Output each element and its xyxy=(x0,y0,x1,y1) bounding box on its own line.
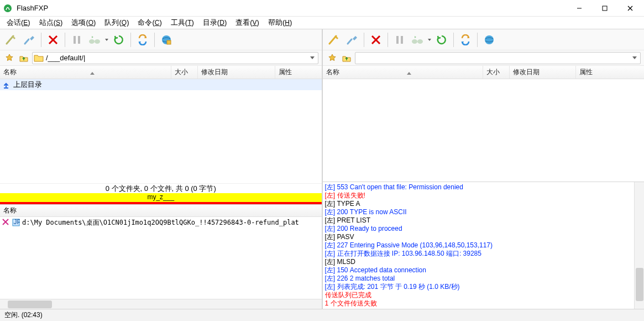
col-size[interactable]: 大小 xyxy=(483,66,510,79)
log-line: [左] 传送失败! xyxy=(325,191,632,200)
log-line: 1 个文件传送失败 xyxy=(325,299,632,308)
list-row-name: 上层目录 xyxy=(13,80,42,90)
svg-point-11 xyxy=(95,39,100,44)
log-scrollbar[interactable] xyxy=(634,182,644,309)
sort-indicator-icon xyxy=(407,69,411,76)
queue-row-path: d:\My Documents\桌面\O1CN01jImo1q2OQ9BtlQG… xyxy=(22,218,299,227)
col-attr[interactable]: 属性 xyxy=(576,66,645,79)
separator xyxy=(477,33,478,47)
menubar: 会话(E)站点(S)选项(O)队列(Q)命令(C)工具(T)目录(D)查看(V)… xyxy=(0,17,644,29)
globe-icon[interactable] xyxy=(481,32,498,48)
sync-icon[interactable] xyxy=(134,32,151,48)
left-path-row xyxy=(0,50,322,66)
queue-list[interactable]: JPG d:\My Documents\桌面\O1CN01jImo1q2OQ9B… xyxy=(0,217,322,299)
log-line: [左] 200 TYPE is now ASCII xyxy=(325,208,632,216)
title-text: FlashFXP xyxy=(17,4,567,12)
transfer-icon[interactable] xyxy=(86,32,103,48)
abort-icon[interactable] xyxy=(368,32,384,48)
minimize-button[interactable] xyxy=(567,0,592,16)
left-list[interactable]: 上层目录 xyxy=(0,79,322,183)
right-path-field[interactable] xyxy=(357,54,631,62)
favorite-icon[interactable] xyxy=(326,52,338,64)
menu-o[interactable]: 选项(O) xyxy=(67,17,100,29)
queue-row[interactable]: JPG d:\My Documents\桌面\O1CN01jImo1q2OQ9B… xyxy=(0,217,322,228)
right-path-input-wrap[interactable] xyxy=(355,52,641,64)
menu-h[interactable]: 帮助(H) xyxy=(264,17,296,29)
log-line: [左] 226 2 matches total xyxy=(325,275,632,283)
col-attr[interactable]: 属性 xyxy=(275,66,322,79)
pause-icon[interactable] xyxy=(391,32,408,48)
pause-icon[interactable] xyxy=(69,32,85,48)
menu-s[interactable]: 站点(S) xyxy=(35,17,67,29)
right-path-dropdown[interactable] xyxy=(630,56,639,59)
left-toolbar xyxy=(0,29,322,50)
parent-dir-icon xyxy=(2,80,11,89)
favorite-icon[interactable] xyxy=(3,52,15,64)
folder-icon xyxy=(34,53,44,63)
svg-rect-13 xyxy=(167,40,171,44)
svg-rect-21 xyxy=(396,36,399,44)
queue-panel: 名称 JPG d:\My Documents\桌面\O1CN01jImo1q2O… xyxy=(0,204,322,309)
menu-q[interactable]: 队列(Q) xyxy=(100,17,133,29)
refresh-icon[interactable] xyxy=(111,32,127,48)
right-list[interactable] xyxy=(323,79,645,182)
col-size[interactable]: 大小 xyxy=(171,66,198,79)
transfer-dropdown[interactable] xyxy=(427,39,432,41)
log-line: [左] 150 Accepted data connection xyxy=(325,266,632,275)
log-line: [左] 227 Entering Passive Mode (103,96,14… xyxy=(325,241,632,250)
left-path-dropdown[interactable] xyxy=(308,56,317,59)
menu-t[interactable]: 工具(T) xyxy=(166,17,198,29)
jpg-icon: JPG xyxy=(12,219,20,226)
close-button[interactable] xyxy=(617,0,643,16)
col-date[interactable]: 修改日期 xyxy=(198,66,275,79)
svg-rect-22 xyxy=(401,36,403,44)
log-line: [左] 正在打开数据连接 IP: 103.96.148.50 端口: 39285 xyxy=(325,250,632,258)
connect-icon[interactable] xyxy=(326,32,343,48)
svg-point-24 xyxy=(417,39,423,44)
col-date[interactable]: 修改日期 xyxy=(510,66,576,79)
refresh-icon[interactable] xyxy=(433,32,450,48)
connect-icon[interactable] xyxy=(3,32,20,48)
scrollbar-thumb[interactable] xyxy=(636,268,643,301)
col-name[interactable]: 名称 xyxy=(0,66,171,79)
queue-scrollbar[interactable] xyxy=(0,299,322,309)
disconnect-icon[interactable] xyxy=(344,32,360,48)
transfer-icon[interactable] xyxy=(409,32,426,48)
log-panel: [左] 553 Can't open that file: Permission… xyxy=(323,182,645,309)
up-folder-icon[interactable] xyxy=(341,52,353,64)
titlebar: FlashFXP xyxy=(0,0,644,17)
menu-c[interactable]: 命令(C) xyxy=(133,17,166,29)
svg-point-25 xyxy=(485,35,494,44)
left-path-input-wrap[interactable] xyxy=(32,52,318,64)
disconnect-icon[interactable] xyxy=(21,32,38,48)
left-path-field[interactable] xyxy=(46,54,308,62)
separator xyxy=(364,33,364,47)
right-toolbar xyxy=(323,29,645,50)
separator xyxy=(130,33,131,47)
log-body[interactable]: [左] 553 Can't open that file: Permission… xyxy=(323,182,635,309)
log-line: [左] TYPE A xyxy=(325,200,632,208)
separator xyxy=(41,33,41,47)
menu-v[interactable]: 查看(V) xyxy=(231,17,264,29)
transfer-dropdown[interactable] xyxy=(104,39,109,41)
left-list-header: 名称 大小 修改日期 属性 xyxy=(0,66,322,79)
left-summary: 0 个文件夹, 0 个文件, 共 0 (0 字节) xyxy=(0,183,322,193)
svg-rect-8 xyxy=(74,36,76,44)
log-line: [左] PASV xyxy=(325,233,632,241)
col-name[interactable]: 名称 xyxy=(323,66,483,79)
menu-d[interactable]: 目录(D) xyxy=(198,17,231,29)
status-bar: 空闲. (02:43) xyxy=(0,309,644,321)
abort-icon[interactable] xyxy=(45,32,61,48)
globe-icon[interactable] xyxy=(158,32,175,48)
sync-icon[interactable] xyxy=(457,32,474,48)
queue-header[interactable]: 名称 xyxy=(0,205,322,217)
right-pane: 名称 大小 修改日期 属性 [左] 553 Can't open that fi… xyxy=(323,29,645,309)
maximize-button[interactable] xyxy=(592,0,617,16)
menu-e[interactable]: 会话(E) xyxy=(2,17,35,29)
separator xyxy=(453,33,454,47)
scrollbar-thumb[interactable] xyxy=(8,301,52,308)
log-line: 传送队列已完成 xyxy=(325,291,632,299)
list-row-parent[interactable]: 上层目录 xyxy=(0,79,322,90)
log-line: [左] MLSD xyxy=(325,258,632,266)
up-folder-icon[interactable] xyxy=(18,52,30,64)
